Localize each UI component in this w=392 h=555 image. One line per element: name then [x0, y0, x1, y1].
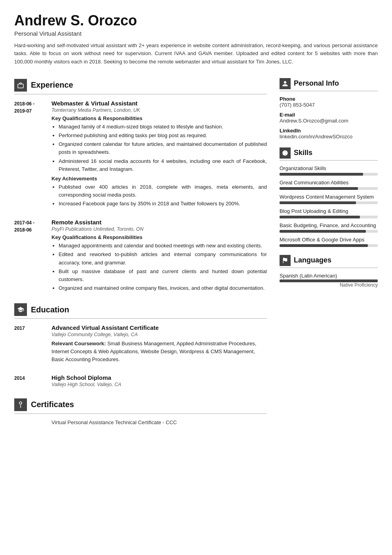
certificates-icon [14, 398, 27, 411]
linkedin-label: LinkedIn [280, 128, 378, 134]
language-name-0: Spanish (Latin American) [280, 273, 378, 279]
experience-divider [14, 94, 267, 94]
experience-content-2: Remote Assistant PsyFi Publications Unli… [51, 219, 267, 295]
skill-bar-bg-5 [280, 244, 378, 247]
phone-row: Phone (707) 853-5047 [280, 96, 378, 108]
qual-item: Performed publishing and editing tasks p… [59, 132, 267, 140]
two-col-layout: Experience 2018-06 - 2019-07 Webmaster &… [14, 78, 378, 433]
skill-bar-fill-1 [280, 187, 358, 190]
personal-info-header: Personal Info [280, 78, 378, 89]
skill-item-2: Wordpress Content Management System [280, 194, 378, 204]
skill-bar-fill-4 [280, 230, 366, 233]
experience-qual-heading-1: Key Qualifications & Responsibilities [51, 115, 267, 121]
skill-name-1: Great Communication Abilities [280, 180, 378, 186]
education-date-1: 2017 [14, 324, 45, 365]
personal-info-heading: Personal Info [294, 79, 339, 88]
skill-name-4: Basic Budgeting, Finance, and Accounting [280, 222, 378, 228]
skill-bar-fill-0 [280, 173, 363, 176]
certificates-heading: Certificates [31, 400, 74, 409]
languages-icon [280, 255, 291, 266]
education-section-header: Education [14, 303, 267, 316]
skill-bar-fill-5 [280, 244, 368, 247]
languages-section: Languages Spanish (Latin American) Nativ… [280, 255, 378, 288]
ach-item: Increased Facebook page fans by 350% in … [59, 200, 267, 208]
education-divider [14, 318, 267, 319]
experience-content-1: Webmaster & Virtual Assistant Tomterrany… [51, 100, 267, 210]
certificates-section-header: Certificates [14, 398, 267, 411]
experience-section-header: Experience [14, 79, 267, 92]
skills-header: Skills [280, 147, 378, 159]
graduation-icon [17, 306, 24, 313]
qual-item: Managed appointments and calendar and bo… [59, 242, 267, 250]
qual-item: Managed family of 4 medium-sized blogs r… [59, 123, 267, 131]
experience-qual-list-2: Managed appointments and calendar and bo… [51, 242, 267, 292]
main-column: Experience 2018-06 - 2019-07 Webmaster &… [14, 78, 267, 433]
personal-info-divider [280, 91, 378, 91]
experience-title-2: Remote Assistant [51, 219, 267, 226]
education-heading: Education [31, 305, 69, 314]
experience-date-1: 2018-06 - 2019-07 [14, 100, 45, 210]
experience-section: Experience 2018-06 - 2019-07 Webmaster &… [14, 79, 267, 295]
qual-item: Organized and maintained online company … [59, 284, 267, 292]
cert-date-1 [14, 419, 45, 425]
education-company-1: Vallejo Community College, Vallejo, CA [51, 332, 267, 337]
experience-ach-heading-1: Key Achievements [51, 176, 267, 182]
experience-qual-list-1: Managed family of 4 medium-sized blogs r… [51, 123, 267, 173]
skill-bar-bg-4 [280, 230, 378, 233]
experience-company-1: Tomterrany Media Partners, London, UK [51, 107, 267, 113]
qual-item: Edited and reworked to-publish articles … [59, 251, 267, 266]
education-title-1: Advanced Virtual Assistant Certificate [51, 324, 267, 331]
education-entry-2: 2014 High School Diploma Vallejo High Sc… [14, 374, 267, 390]
experience-entry-1: 2018-06 - 2019-07 Webmaster & Virtual As… [14, 100, 267, 210]
experience-date-2: 2017-04 - 2018-06 [14, 219, 45, 295]
education-section: Education 2017 Advanced Virtual Assistan… [14, 303, 267, 389]
lang-bar-bg-0 [280, 279, 378, 282]
languages-heading: Languages [294, 256, 331, 264]
certificates-section: Certificates Virtual Personal Assistance… [14, 398, 267, 425]
email-row: E-mail Andrew.S.Orozco@gmail.com [280, 112, 378, 124]
skill-item-0: Organizational Skills [280, 165, 378, 176]
skill-bar-fill-3 [280, 216, 360, 218]
experience-icon [14, 79, 27, 92]
header: Andrew S. Orozco Personal Virtual Assist… [14, 13, 378, 66]
skill-name-3: Blog Post Uploading & Editing [280, 208, 378, 214]
person-icon [282, 80, 288, 87]
experience-entry-2: 2017-04 - 2018-06 Remote Assistant PsyFi… [14, 219, 267, 295]
resume-page: Andrew S. Orozco Personal Virtual Assist… [0, 0, 392, 555]
skill-name-5: Microsoft Office & Google Drive Apps [280, 237, 378, 243]
award-icon [17, 401, 24, 408]
cert-text-1: Virtual Personal Assistance Technical Ce… [51, 419, 267, 425]
phone-value: (707) 853-5047 [280, 102, 378, 108]
candidate-title: Personal Virtual Assistant [14, 30, 378, 37]
skill-bar-bg-0 [280, 173, 378, 176]
lang-bar-fill-0 [280, 279, 378, 282]
phone-label: Phone [280, 96, 378, 102]
qual-item: Built up massive database of past and cu… [59, 268, 267, 283]
experience-company-2: PsyFi Publications Unlimited, Toronto, O… [51, 226, 267, 232]
education-entry-1: 2017 Advanced Virtual Assistant Certific… [14, 324, 267, 365]
skill-bar-bg-3 [280, 216, 378, 218]
skill-item-1: Great Communication Abilities [280, 180, 378, 190]
languages-divider [280, 268, 378, 268]
skill-bar-bg-1 [280, 187, 378, 190]
skills-icon [280, 147, 291, 159]
linkedin-value: linkedin.com/in/AndrewSOrozco [280, 134, 378, 140]
ach-item: Published over 400 articles in 2018, com… [59, 183, 267, 199]
email-label: E-mail [280, 112, 378, 118]
candidate-name: Andrew S. Orozco [14, 13, 378, 29]
experience-heading: Experience [31, 80, 73, 90]
skills-heading: Skills [294, 149, 312, 157]
certificates-divider [14, 413, 267, 414]
education-content-1: Advanced Virtual Assistant Certificate V… [51, 324, 267, 365]
skill-name-0: Organizational Skills [280, 165, 378, 171]
education-date-2: 2014 [14, 374, 45, 390]
education-relevant-1: Relevant Coursework: Small Business Mana… [51, 340, 267, 364]
candidate-summary: Hard-working and self-motivated virtual … [14, 42, 378, 66]
flag-icon [282, 257, 288, 264]
skill-bar-bg-2 [280, 201, 378, 204]
certificate-entry-1: Virtual Personal Assistance Technical Ce… [14, 419, 267, 425]
skill-bar-fill-2 [280, 201, 356, 204]
relevant-label-1: Relevant Coursework: [51, 341, 106, 346]
skill-item-5: Microsoft Office & Google Drive Apps [280, 237, 378, 247]
linkedin-row: LinkedIn linkedin.com/in/AndrewSOrozco [280, 128, 378, 140]
